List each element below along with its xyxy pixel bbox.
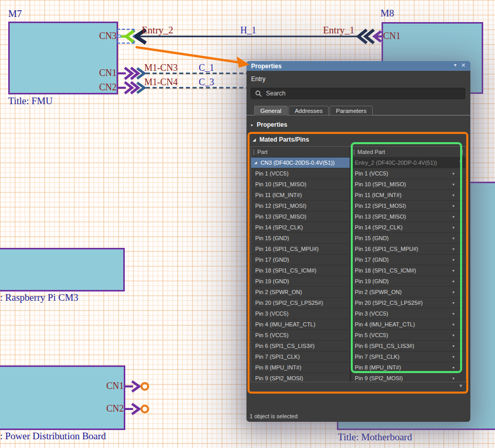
search-input[interactable]: Search [251, 88, 465, 99]
pin-part-cell[interactable]: Pin 12 (SPI1_MOSI) [251, 201, 351, 211]
properties-panel[interactable]: Properties ▾ ✕ Entry Search General Addr… [246, 61, 470, 422]
net-label-c3[interactable]: C_3 [199, 77, 214, 88]
panel-collapse-icon[interactable]: ▾ [454, 62, 456, 68]
column-divider[interactable] [462, 149, 463, 155]
tab-addresses[interactable]: Addresses [289, 106, 329, 115]
port-m7-cn2[interactable]: CN2 [87, 82, 117, 93]
table-row[interactable]: Pin 17 (GND)Pin 17 (GND)▾ [251, 255, 466, 265]
pin-part-cell[interactable]: Pin 9 (SPI2_MOSI) [251, 373, 351, 382]
net-label-h1[interactable]: H_1 [240, 25, 256, 36]
pin-mated-cell[interactable]: Pin 14 (SPI2_CLK)▾ [351, 222, 466, 232]
section-mated-parts[interactable]: ◢ Mated Parts/Pins [253, 136, 309, 143]
column-header-mated-part[interactable]: Mated Part [351, 147, 460, 157]
pin-part-cell[interactable]: Pin 11 (ICM_INT#) [251, 190, 351, 200]
dropdown-arrow-icon[interactable]: ▾ [452, 258, 454, 262]
close-icon[interactable]: ✕ [461, 62, 466, 69]
pin-mated-cell[interactable]: Pin 4 (IMU_HEAT_CTL)▾ [351, 319, 466, 329]
pin-part-cell[interactable]: Pin 5 (VCC5) [251, 330, 351, 340]
table-row[interactable]: Pin 4 (IMU_HEAT_CTL)Pin 4 (IMU_HEAT_CTL)… [251, 319, 466, 330]
pdb-cn1-ring-icon[interactable] [142, 383, 148, 390]
table-row[interactable]: Pin 13 (SPI2_MISO)Pin 13 (SPI2_MISO)▾ [251, 211, 466, 222]
collapsed-triangle-icon[interactable]: ▸ [251, 123, 253, 127]
pin-part-cell[interactable]: Pin 3 (VCC5) [251, 308, 351, 319]
pin-mated-cell[interactable]: Pin 7 (SPI1_CLK)▾ [351, 352, 466, 362]
dropdown-arrow-icon[interactable]: ▾ [452, 171, 454, 176]
block-power-distribution[interactable] [0, 365, 125, 430]
pin-mated-cell[interactable]: Pin 15 (GND)▾ [351, 233, 466, 243]
dropdown-arrow-icon[interactable]: ▾ [452, 193, 454, 198]
pin-part-cell[interactable]: Pin 18 (SPI1_CS_ICM#) [251, 265, 351, 276]
pin-mated-cell[interactable]: Pin 16 (SPI1_CS_MPU#)▾ [351, 244, 466, 254]
pin-mated-cell[interactable]: Pin 6 (SPI1_CS_LIS3#)▾ [351, 341, 466, 351]
pin-mated-cell[interactable]: Pin 5 (VCC5)▾ [351, 330, 466, 340]
table-row[interactable]: Pin 2 (SPWR_ON)Pin 2 (SPWR_ON)▾ [251, 287, 466, 298]
dropdown-arrow-icon[interactable]: ▾ [452, 344, 454, 348]
pin-mated-cell[interactable]: Pin 9 (SPI2_MOSI)▾ [351, 373, 466, 382]
net-label-entry2[interactable]: Entry_2 [142, 25, 173, 36]
selected-connector-row[interactable]: ◢ CN3 (DF40C-20DS-0.4V(51)) Entry_2 (DF4… [251, 158, 466, 168]
pin-mated-cell[interactable]: Pin 8 (MPU_INT#)▾ [351, 362, 466, 373]
table-row[interactable]: Pin 14 (SPI2_CLK)Pin 14 (SPI2_CLK)▾ [251, 222, 466, 233]
dropdown-arrow-icon[interactable]: ▾ [452, 376, 454, 381]
table-row[interactable]: Pin 1 (VCC5)Pin 1 (VCC5)▾ [251, 168, 466, 179]
pin-mated-cell[interactable]: Pin 1 (VCC5)▾ [351, 168, 466, 179]
pin-part-cell[interactable]: Pin 1 (VCC5) [251, 168, 351, 179]
scroll-down-icon[interactable]: ▼ [459, 383, 463, 388]
dropdown-arrow-icon[interactable]: ▾ [452, 182, 454, 187]
dropdown-arrow-icon[interactable]: ▾ [452, 311, 454, 316]
pin-part-cell[interactable]: Pin 17 (GND) [251, 255, 351, 265]
selected-mated-cell[interactable]: Entry_2 (DF40C-20DP-0.4V(51)) [351, 158, 466, 168]
dropdown-arrow-icon[interactable]: ▾ [452, 333, 454, 338]
table-row[interactable]: Pin 16 (SPI1_CS_MPU#)Pin 16 (SPI1_CS_MPU… [251, 244, 466, 255]
table-row[interactable]: Pin 12 (SPI1_MOSI)Pin 12 (SPI1_MOSI)▾ [251, 201, 466, 211]
net-label-entry1[interactable]: Entry_1 [323, 25, 354, 36]
dropdown-arrow-icon[interactable]: ▾ [452, 322, 454, 327]
table-row[interactable]: Pin 6 (SPI1_CS_LIS3#)Pin 6 (SPI1_CS_LIS3… [251, 341, 466, 352]
pin-mated-cell[interactable]: Pin 18 (SPI1_CS_ICM#)▾ [351, 265, 466, 276]
net-label-m1cn4[interactable]: M1-CN4 [144, 77, 178, 88]
column-divider[interactable] [254, 149, 254, 155]
pin-part-cell[interactable]: Pin 4 (IMU_HEAT_CTL) [251, 319, 351, 329]
column-header-part[interactable]: Part [251, 147, 351, 157]
pin-part-cell[interactable]: Pin 20 (SPI2_CS_LPS25#) [251, 298, 351, 308]
table-row[interactable]: Pin 5 (VCC5)Pin 5 (VCC5)▾ [251, 330, 466, 341]
pin-part-cell[interactable]: Pin 13 (SPI2_MISO) [251, 211, 351, 222]
table-row[interactable]: Pin 18 (SPI1_CS_ICM#)Pin 18 (SPI1_CS_ICM… [251, 265, 466, 276]
column-divider[interactable] [354, 149, 354, 155]
pin-part-cell[interactable]: Pin 6 (SPI1_CS_LIS3#) [251, 341, 351, 351]
pin-part-cell[interactable]: Pin 15 (GND) [251, 233, 351, 243]
scroll-up-icon[interactable]: ▲ [459, 158, 463, 163]
dropdown-arrow-icon[interactable]: ▾ [452, 215, 454, 219]
dropdown-arrow-icon[interactable]: ▾ [452, 236, 454, 241]
selected-part-cell[interactable]: ◢ CN3 (DF40C-20DS-0.4V(51)) [251, 158, 351, 168]
table-row[interactable]: Pin 10 (SPI1_MISO)Pin 10 (SPI1_MISO)▾ [251, 179, 466, 190]
dropdown-arrow-icon[interactable]: ▾ [452, 247, 454, 251]
dropdown-arrow-icon[interactable]: ▾ [452, 365, 454, 370]
dropdown-arrow-icon[interactable]: ▾ [452, 279, 454, 284]
pin-mated-cell[interactable]: Pin 2 (SPWR_ON)▾ [351, 287, 466, 297]
pin-mated-cell[interactable]: Pin 12 (SPI1_MOSI)▾ [351, 201, 466, 211]
port-pdb-cn2[interactable]: CN2 [93, 403, 124, 414]
table-row[interactable]: Pin 11 (ICM_INT#)Pin 11 (ICM_INT#)▾ [251, 190, 466, 201]
dropdown-arrow-icon[interactable]: ▾ [452, 355, 454, 359]
panel-titlebar[interactable]: Properties ▾ ✕ [246, 61, 470, 71]
table-row[interactable]: Pin 15 (GND)Pin 15 (GND)▾ [251, 233, 466, 244]
pin-mated-cell[interactable]: Pin 3 (VCC5)▾ [351, 308, 466, 319]
pin-part-cell[interactable]: Pin 14 (SPI2_CLK) [251, 222, 351, 232]
pin-mated-cell[interactable]: Pin 20 (SPI2_CS_LPS25#)▾ [351, 298, 466, 308]
pin-part-cell[interactable]: Pin 7 (SPI1_CLK) [251, 352, 351, 362]
port-m7-cn1[interactable]: CN1 [87, 68, 117, 79]
table-row[interactable]: Pin 20 (SPI2_CS_LPS25#)Pin 20 (SPI2_CS_L… [251, 298, 466, 308]
pdb-cn2-ring-icon[interactable] [142, 406, 148, 413]
mated-parts-table[interactable]: Part Mated Part ◢ CN3 (DF40C-20DS-0.4V(5… [251, 146, 466, 382]
port-pdb-cn1[interactable]: CN1 [93, 381, 124, 392]
pin-part-cell[interactable]: Pin 2 (SPWR_ON) [251, 287, 351, 297]
table-row[interactable]: Pin 19 (GND)Pin 19 (GND)▾ [251, 276, 466, 287]
tab-general[interactable]: General [254, 106, 288, 115]
table-row[interactable]: Pin 3 (VCC5)Pin 3 (VCC5)▾ [251, 308, 466, 319]
selection-handle[interactable] [118, 34, 121, 38]
pin-mated-cell[interactable]: Pin 19 (GND)▾ [351, 276, 466, 286]
pin-mated-cell[interactable]: Pin 10 (SPI1_MISO)▾ [351, 179, 466, 189]
pin-mated-cell[interactable]: Pin 17 (GND)▾ [351, 255, 466, 265]
port-m7-cn3[interactable]: CN3 [87, 31, 117, 42]
